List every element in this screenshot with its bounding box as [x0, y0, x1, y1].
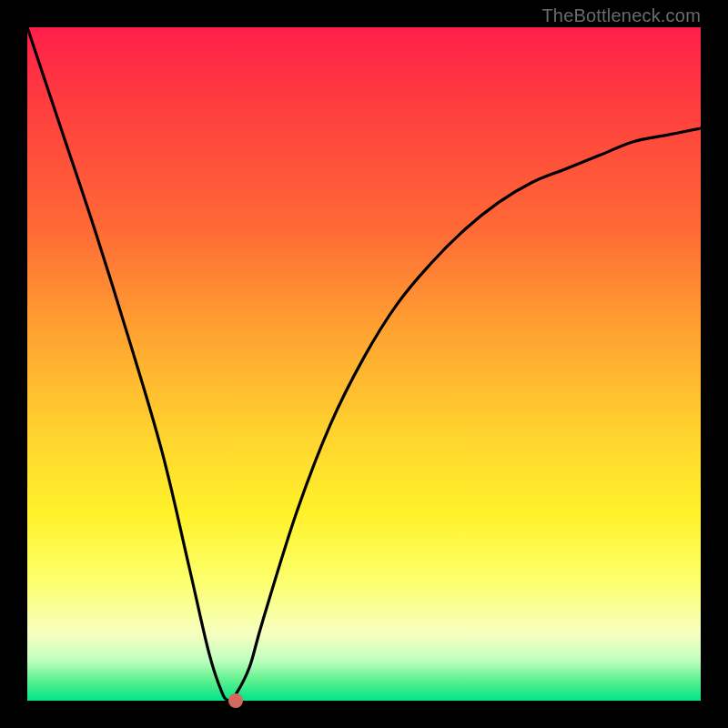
attribution-text: TheBottleneck.com [541, 5, 701, 26]
chart-frame: TheBottleneck.com [0, 0, 728, 728]
bottleneck-curve-path [27, 27, 701, 701]
curve-svg [27, 27, 701, 701]
plot-area [27, 27, 701, 701]
optimum-marker [228, 693, 243, 708]
